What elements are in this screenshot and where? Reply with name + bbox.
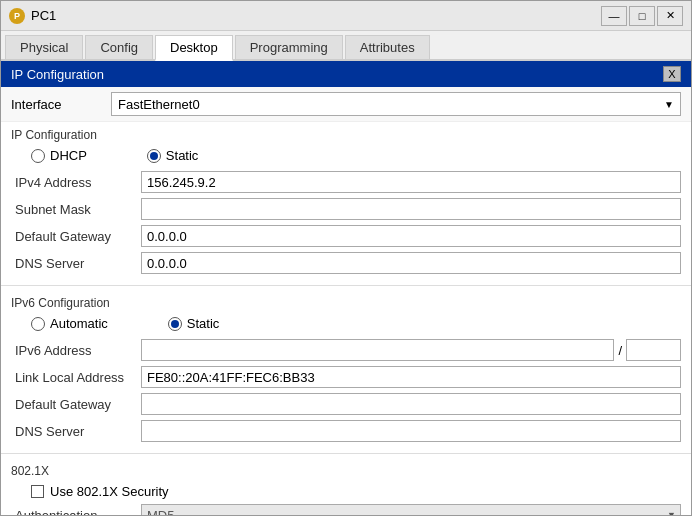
ipv4-address-label: IPv4 Address	[11, 175, 141, 190]
ip-config-close-button[interactable]: X	[663, 66, 681, 82]
ipv6-default-gateway-input[interactable]	[141, 393, 681, 415]
dns-server-input[interactable]	[141, 252, 681, 274]
use-dot1x-checkbox[interactable]	[31, 485, 44, 498]
ip-config-header: IP Configuration X	[1, 61, 691, 87]
interface-value: FastEthernet0	[118, 97, 200, 112]
authentication-dropdown-arrow: ▼	[667, 510, 676, 515]
subnet-mask-input[interactable]	[141, 198, 681, 220]
ipv6-static-radio-circle	[168, 317, 182, 331]
tab-desktop[interactable]: Desktop	[155, 35, 233, 61]
ipv4-dhcp-radio-circle	[31, 149, 45, 163]
ipv6-address-input[interactable]	[141, 339, 614, 361]
section-divider-1	[1, 285, 691, 286]
subnet-mask-label: Subnet Mask	[11, 202, 141, 217]
authentication-value: MD5	[147, 508, 174, 516]
use-dot1x-row: Use 802.1X Security	[11, 484, 681, 499]
ipv4-static-radio[interactable]: Static	[147, 148, 199, 163]
dns-server-row: DNS Server	[11, 252, 681, 274]
ipv4-section: IP Configuration DHCP Static IPv4 Addres…	[1, 122, 691, 281]
ipv6-address-row: IPv6 Address /	[11, 339, 681, 361]
ipv6-section-title: IPv6 Configuration	[11, 296, 681, 310]
main-window: P PC1 — □ ✕ Physical Config Desktop Prog…	[0, 0, 692, 516]
link-local-row: Link Local Address	[11, 366, 681, 388]
content-area: IP Configuration X Interface FastEtherne…	[1, 61, 691, 515]
use-dot1x-label: Use 802.1X Security	[50, 484, 169, 499]
section-divider-2	[1, 453, 691, 454]
authentication-label: Authentication	[11, 508, 141, 516]
interface-row: Interface FastEthernet0 ▼	[1, 87, 691, 122]
tab-bar: Physical Config Desktop Programming Attr…	[1, 31, 691, 61]
minimize-button[interactable]: —	[601, 6, 627, 26]
authentication-row: Authentication MD5 ▼	[11, 504, 681, 515]
interface-label: Interface	[11, 97, 111, 112]
dns-server-label: DNS Server	[11, 256, 141, 271]
link-local-label: Link Local Address	[11, 370, 141, 385]
ipv6-default-gateway-label: Default Gateway	[11, 397, 141, 412]
interface-select[interactable]: FastEthernet0 ▼	[111, 92, 681, 116]
ipv6-automatic-radio[interactable]: Automatic	[31, 316, 108, 331]
dot1x-section-title: 802.1X	[11, 464, 681, 478]
close-button[interactable]: ✕	[657, 6, 683, 26]
ipv6-prefix-input[interactable]	[626, 339, 681, 361]
title-bar: P PC1 — □ ✕	[1, 1, 691, 31]
ipv6-radio-row: Automatic Static	[11, 316, 681, 331]
ipv6-automatic-radio-circle	[31, 317, 45, 331]
ipv6-section: IPv6 Configuration Automatic Static IPv6…	[1, 290, 691, 449]
ipv6-slash: /	[614, 343, 626, 358]
dot1x-section: 802.1X Use 802.1X Security Authenticatio…	[1, 458, 691, 515]
ipv4-static-label: Static	[166, 148, 199, 163]
ipv6-static-label: Static	[187, 316, 220, 331]
default-gateway-input[interactable]	[141, 225, 681, 247]
tab-programming[interactable]: Programming	[235, 35, 343, 59]
window-title: PC1	[31, 8, 601, 23]
link-local-input[interactable]	[141, 366, 681, 388]
tab-physical[interactable]: Physical	[5, 35, 83, 59]
subnet-mask-row: Subnet Mask	[11, 198, 681, 220]
default-gateway-row: Default Gateway	[11, 225, 681, 247]
ipv4-address-input[interactable]	[141, 171, 681, 193]
ipv6-dns-server-row: DNS Server	[11, 420, 681, 442]
app-icon: P	[9, 8, 25, 24]
ipv4-section-title: IP Configuration	[11, 128, 681, 142]
default-gateway-label: Default Gateway	[11, 229, 141, 244]
ip-config-title: IP Configuration	[11, 67, 104, 82]
ipv6-default-gateway-row: Default Gateway	[11, 393, 681, 415]
ipv6-dns-server-input[interactable]	[141, 420, 681, 442]
ipv4-address-row: IPv4 Address	[11, 171, 681, 193]
ipv4-radio-row: DHCP Static	[11, 148, 681, 163]
interface-dropdown-arrow: ▼	[664, 99, 674, 110]
ipv6-dns-server-label: DNS Server	[11, 424, 141, 439]
tab-config[interactable]: Config	[85, 35, 153, 59]
ipv4-dhcp-radio[interactable]: DHCP	[31, 148, 87, 163]
tab-attributes[interactable]: Attributes	[345, 35, 430, 59]
ipv4-dhcp-label: DHCP	[50, 148, 87, 163]
ipv6-automatic-label: Automatic	[50, 316, 108, 331]
authentication-select[interactable]: MD5 ▼	[141, 504, 681, 515]
ipv4-static-radio-circle	[147, 149, 161, 163]
ipv6-address-label: IPv6 Address	[11, 343, 141, 358]
window-controls: — □ ✕	[601, 6, 683, 26]
maximize-button[interactable]: □	[629, 6, 655, 26]
ipv6-static-radio[interactable]: Static	[168, 316, 220, 331]
